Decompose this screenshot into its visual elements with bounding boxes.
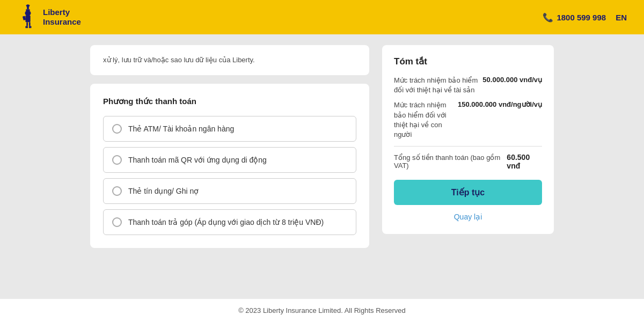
svg-point-3 bbox=[25, 11, 31, 16]
summary-divider bbox=[394, 146, 542, 147]
summary-total-label: Tổng số tiền thanh toán (bao gồm VAT) bbox=[394, 153, 507, 170]
payment-label-credit: Thẻ tín dụng/ Ghi nợ bbox=[128, 187, 199, 195]
footer: © 2023 Liberty Insurance Limited. All Ri… bbox=[0, 299, 644, 322]
summary-row-2: Mức trách nhiệm bảo hiểm đối với thiệt h… bbox=[394, 100, 542, 140]
right-column: Tóm tắt Mức trách nhiệm bảo hiểm đối với… bbox=[382, 45, 554, 277]
payment-label-atm: Thẻ ATM/ Tài khoản ngân hàng bbox=[128, 125, 234, 133]
svg-rect-7 bbox=[29, 22, 31, 26]
logo-text: Liberty Insurance bbox=[43, 8, 81, 27]
phone-icon: 📞 bbox=[543, 12, 553, 23]
main-content: xử lý, lưu trữ và/hoặc sao lưu dữ liệu c… bbox=[0, 34, 644, 299]
radio-installment[interactable] bbox=[112, 217, 122, 227]
svg-rect-8 bbox=[25, 26, 28, 28]
radio-atm[interactable] bbox=[112, 124, 122, 134]
phone-area: 📞 1800 599 998 bbox=[543, 12, 606, 23]
payment-card: Phương thức thanh toán Thẻ ATM/ Tài khoả… bbox=[90, 84, 369, 248]
back-button[interactable]: Quay lại bbox=[394, 210, 542, 223]
svg-rect-5 bbox=[23, 16, 26, 20]
language-switcher[interactable]: EN bbox=[616, 13, 627, 22]
summary-total-row: Tổng số tiền thanh toán (bao gồm VAT) 60… bbox=[394, 153, 542, 170]
svg-rect-6 bbox=[26, 22, 28, 26]
payment-option-credit[interactable]: Thẻ tín dụng/ Ghi nợ bbox=[103, 178, 356, 204]
payment-options: Thẻ ATM/ Tài khoản ngân hàng Thanh toán … bbox=[103, 116, 356, 235]
summary-row-1: Mức trách nhiệm bảo hiểm đối với thiệt h… bbox=[394, 76, 542, 95]
summary-total-value: 60.500 vnđ bbox=[507, 153, 542, 170]
payment-option-atm[interactable]: Thẻ ATM/ Tài khoản ngân hàng bbox=[103, 116, 356, 142]
header: Liberty Insurance 📞 1800 599 998 EN bbox=[0, 0, 644, 34]
summary-row2-label: Mức trách nhiệm bảo hiểm đối với thiệt h… bbox=[394, 100, 458, 140]
left-column: xử lý, lưu trữ và/hoặc sao lưu dữ liệu c… bbox=[90, 45, 369, 277]
svg-rect-9 bbox=[29, 26, 32, 28]
summary-row2-value: 150.000.000 vnđ/người/vụ bbox=[458, 100, 542, 108]
logo-area: Liberty Insurance bbox=[17, 4, 81, 30]
summary-card: Tóm tắt Mức trách nhiệm bảo hiểm đối với… bbox=[382, 45, 554, 234]
payment-label-installment: Thanh toán trả góp (Áp dụng với giao dịc… bbox=[128, 218, 324, 226]
footer-text: © 2023 Liberty Insurance Limited. All Ri… bbox=[238, 306, 406, 314]
phone-number: 1800 599 998 bbox=[557, 13, 606, 22]
summary-row1-value: 50.000.000 vnđ/vụ bbox=[482, 76, 542, 84]
top-text-content: xử lý, lưu trữ và/hoặc sao lưu dữ liệu c… bbox=[103, 56, 255, 64]
continue-button[interactable]: Tiếp tục bbox=[394, 180, 542, 205]
top-text-card: xử lý, lưu trữ và/hoặc sao lưu dữ liệu c… bbox=[90, 45, 369, 75]
svg-marker-1 bbox=[26, 4, 30, 8]
payment-option-qr[interactable]: Thanh toán mã QR với ứng dụng di động bbox=[103, 147, 356, 173]
svg-rect-4 bbox=[25, 15, 30, 22]
header-right: 📞 1800 599 998 EN bbox=[543, 12, 627, 23]
radio-credit[interactable] bbox=[112, 186, 122, 196]
summary-row1-label: Mức trách nhiệm bảo hiểm đối với thiệt h… bbox=[394, 76, 482, 95]
summary-title: Tóm tắt bbox=[394, 56, 542, 67]
logo-icon bbox=[17, 4, 39, 30]
payment-title: Phương thức thanh toán bbox=[103, 97, 356, 106]
payment-option-installment[interactable]: Thanh toán trả góp (Áp dụng với giao dịc… bbox=[103, 209, 356, 235]
radio-qr[interactable] bbox=[112, 155, 122, 165]
payment-label-qr: Thanh toán mã QR với ứng dụng di động bbox=[128, 156, 267, 164]
